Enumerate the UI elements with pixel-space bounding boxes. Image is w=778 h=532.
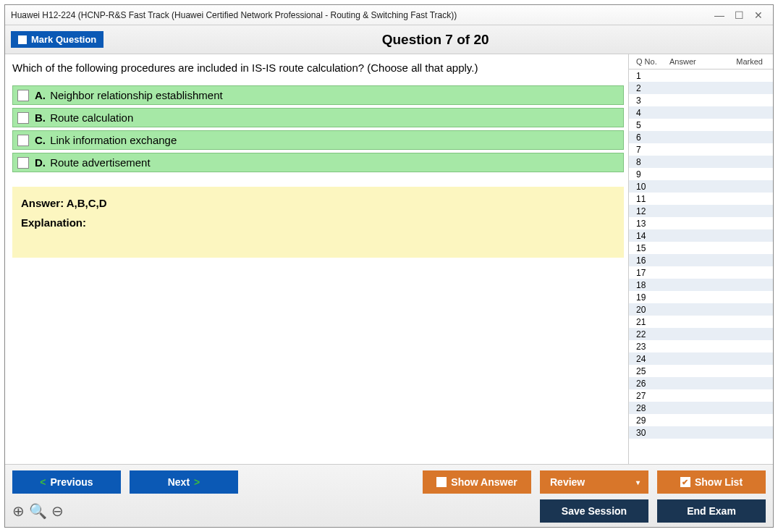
row-qno: 2 <box>636 83 669 93</box>
list-row[interactable]: 26 <box>629 377 773 389</box>
row-qno: 25 <box>636 366 669 376</box>
header-bar: Mark Question Question 7 of 20 <box>5 25 773 54</box>
option-letter: A. <box>35 89 46 101</box>
minimize-icon[interactable]: — <box>714 9 724 21</box>
titlebar: Huawei H12-224 (HCNP-R&S Fast Track (Hua… <box>5 5 773 25</box>
review-dropdown[interactable]: Review ▾ <box>540 470 648 494</box>
question-panel: Which of the following procedures are in… <box>5 54 628 464</box>
list-row[interactable]: 3 <box>629 94 773 106</box>
show-list-button[interactable]: ✔ Show List <box>657 470 766 494</box>
list-row[interactable]: 21 <box>629 316 773 328</box>
list-row[interactable]: 24 <box>629 352 773 365</box>
end-exam-button[interactable]: End Exam <box>657 499 766 523</box>
row-qno: 17 <box>636 268 669 278</box>
list-row[interactable]: 16 <box>629 254 773 266</box>
list-row[interactable]: 27 <box>629 389 773 402</box>
footer-row-1: < Previous Next > Show Answer Review ▾ ✔… <box>12 470 766 494</box>
col-answer: Answer <box>669 57 713 66</box>
row-qno: 23 <box>636 342 669 352</box>
option-checkbox-icon <box>17 135 29 146</box>
progress-title: Question 7 of 20 <box>103 32 767 48</box>
option-a[interactable]: A. Neighbor relationship establishment <box>12 85 624 105</box>
question-list-panel: Q No. Answer Marked 12345678910111213141… <box>628 54 773 464</box>
window-controls: — ☐ ✕ <box>714 9 767 21</box>
chevron-left-icon: < <box>40 476 46 488</box>
list-body[interactable]: 1234567891011121314151617181920212223242… <box>629 69 773 464</box>
zoom-controls: ⊕ 🔍 ⊖ <box>12 502 64 520</box>
main-area: Which of the following procedures are in… <box>5 54 773 464</box>
close-icon[interactable]: ✕ <box>754 9 763 21</box>
list-row[interactable]: 18 <box>629 279 773 291</box>
zoom-reset-icon[interactable]: 🔍 <box>29 502 47 520</box>
row-qno: 11 <box>636 194 669 204</box>
list-row[interactable]: 5 <box>629 119 773 131</box>
save-session-button[interactable]: Save Session <box>540 499 648 523</box>
list-row[interactable]: 1 <box>629 69 773 82</box>
option-text: Route advertisement <box>50 156 150 169</box>
row-qno: 26 <box>636 379 669 389</box>
mark-question-button[interactable]: Mark Question <box>11 31 103 48</box>
list-row[interactable]: 11 <box>629 193 773 205</box>
option-d[interactable]: D. Route advertisement <box>12 153 624 172</box>
list-row[interactable]: 2 <box>629 82 773 94</box>
list-row[interactable]: 23 <box>629 340 773 352</box>
list-row[interactable]: 10 <box>629 180 773 193</box>
footer: < Previous Next > Show Answer Review ▾ ✔… <box>5 464 773 527</box>
row-qno: 10 <box>636 182 669 192</box>
list-row[interactable]: 15 <box>629 242 773 254</box>
list-row[interactable]: 28 <box>629 402 773 414</box>
list-row[interactable]: 14 <box>629 229 773 242</box>
next-button[interactable]: Next > <box>130 470 238 494</box>
list-row[interactable]: 9 <box>629 168 773 180</box>
list-row[interactable]: 29 <box>629 414 773 426</box>
row-qno: 21 <box>636 317 669 327</box>
row-qno: 27 <box>636 391 669 401</box>
show-answer-checkbox-icon <box>436 477 447 487</box>
maximize-icon[interactable]: ☐ <box>735 9 744 21</box>
option-letter: C. <box>35 134 46 146</box>
list-row[interactable]: 22 <box>629 328 773 340</box>
list-row[interactable]: 7 <box>629 143 773 156</box>
option-b[interactable]: B. Route calculation <box>12 108 624 127</box>
list-row[interactable]: 12 <box>629 205 773 217</box>
next-label: Next <box>168 476 190 488</box>
option-checkbox-icon <box>17 112 29 124</box>
row-qno: 20 <box>636 305 669 315</box>
row-qno: 6 <box>636 132 669 143</box>
row-qno: 7 <box>636 145 669 155</box>
list-row[interactable]: 25 <box>629 365 773 377</box>
list-row[interactable]: 17 <box>629 266 773 279</box>
row-qno: 3 <box>636 96 669 106</box>
list-row[interactable]: 30 <box>629 426 773 439</box>
col-qno: Q No. <box>636 57 669 66</box>
list-header: Q No. Answer Marked <box>629 54 773 69</box>
end-exam-label: End Exam <box>687 505 736 517</box>
options-list: A. Neighbor relationship establishmentB.… <box>12 85 624 172</box>
answer-panel: Answer: A,B,C,D Explanation: <box>12 187 624 258</box>
row-qno: 13 <box>636 219 669 229</box>
list-row[interactable]: 19 <box>629 291 773 303</box>
zoom-in-icon[interactable]: ⊕ <box>12 502 25 520</box>
row-qno: 16 <box>636 256 669 266</box>
option-text: Link information exchange <box>50 134 177 146</box>
option-text: Route calculation <box>50 111 133 124</box>
list-row[interactable]: 20 <box>629 303 773 316</box>
row-qno: 30 <box>636 428 669 438</box>
chevron-down-icon: ▾ <box>636 478 640 486</box>
row-qno: 15 <box>636 243 669 253</box>
show-answer-button[interactable]: Show Answer <box>423 470 531 494</box>
row-qno: 4 <box>636 108 669 118</box>
row-qno: 29 <box>636 415 669 426</box>
question-text: Which of the following procedures are in… <box>12 62 624 74</box>
list-row[interactable]: 4 <box>629 106 773 119</box>
row-qno: 22 <box>636 329 669 339</box>
zoom-out-icon[interactable]: ⊖ <box>51 502 64 520</box>
list-row[interactable]: 13 <box>629 217 773 229</box>
list-row[interactable]: 8 <box>629 156 773 168</box>
list-row[interactable]: 6 <box>629 131 773 143</box>
previous-button[interactable]: < Previous <box>12 470 121 494</box>
option-c[interactable]: C. Link information exchange <box>12 130 624 150</box>
row-qno: 8 <box>636 157 669 167</box>
previous-label: Previous <box>51 476 93 488</box>
option-letter: D. <box>35 156 46 169</box>
